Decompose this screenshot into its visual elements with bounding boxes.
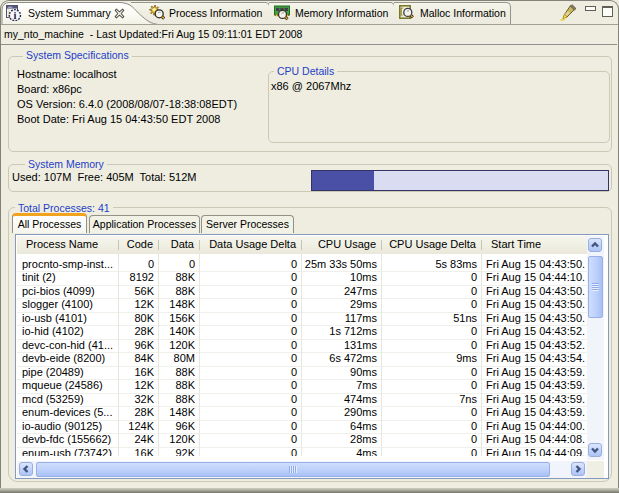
svg-text:i: i: [13, 10, 16, 21]
